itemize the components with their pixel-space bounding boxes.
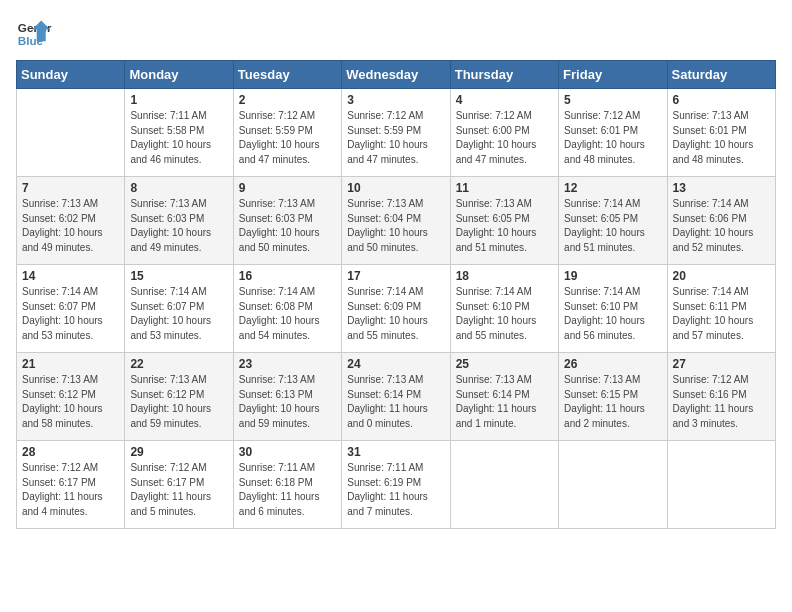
calendar-cell xyxy=(667,441,775,529)
day-number: 13 xyxy=(673,181,770,195)
day-info: Sunrise: 7:14 AM Sunset: 6:11 PM Dayligh… xyxy=(673,285,770,343)
day-number: 7 xyxy=(22,181,119,195)
day-header-saturday: Saturday xyxy=(667,61,775,89)
day-info: Sunrise: 7:14 AM Sunset: 6:10 PM Dayligh… xyxy=(564,285,661,343)
day-number: 20 xyxy=(673,269,770,283)
calendar-week-4: 21Sunrise: 7:13 AM Sunset: 6:12 PM Dayli… xyxy=(17,353,776,441)
day-number: 18 xyxy=(456,269,553,283)
calendar-cell: 27Sunrise: 7:12 AM Sunset: 6:16 PM Dayli… xyxy=(667,353,775,441)
day-info: Sunrise: 7:13 AM Sunset: 6:12 PM Dayligh… xyxy=(130,373,227,431)
day-info: Sunrise: 7:13 AM Sunset: 6:14 PM Dayligh… xyxy=(347,373,444,431)
day-info: Sunrise: 7:13 AM Sunset: 6:03 PM Dayligh… xyxy=(130,197,227,255)
calendar-cell: 15Sunrise: 7:14 AM Sunset: 6:07 PM Dayli… xyxy=(125,265,233,353)
day-info: Sunrise: 7:12 AM Sunset: 5:59 PM Dayligh… xyxy=(239,109,336,167)
day-number: 3 xyxy=(347,93,444,107)
day-info: Sunrise: 7:13 AM Sunset: 6:02 PM Dayligh… xyxy=(22,197,119,255)
calendar-cell: 18Sunrise: 7:14 AM Sunset: 6:10 PM Dayli… xyxy=(450,265,558,353)
calendar-cell: 8Sunrise: 7:13 AM Sunset: 6:03 PM Daylig… xyxy=(125,177,233,265)
day-number: 16 xyxy=(239,269,336,283)
day-info: Sunrise: 7:13 AM Sunset: 6:15 PM Dayligh… xyxy=(564,373,661,431)
day-info: Sunrise: 7:14 AM Sunset: 6:06 PM Dayligh… xyxy=(673,197,770,255)
calendar-cell xyxy=(559,441,667,529)
calendar-cell: 25Sunrise: 7:13 AM Sunset: 6:14 PM Dayli… xyxy=(450,353,558,441)
calendar-cell: 10Sunrise: 7:13 AM Sunset: 6:04 PM Dayli… xyxy=(342,177,450,265)
day-info: Sunrise: 7:13 AM Sunset: 6:13 PM Dayligh… xyxy=(239,373,336,431)
calendar-cell xyxy=(17,89,125,177)
day-number: 29 xyxy=(130,445,227,459)
day-header-thursday: Thursday xyxy=(450,61,558,89)
day-info: Sunrise: 7:13 AM Sunset: 6:05 PM Dayligh… xyxy=(456,197,553,255)
calendar-cell: 26Sunrise: 7:13 AM Sunset: 6:15 PM Dayli… xyxy=(559,353,667,441)
calendar-cell: 23Sunrise: 7:13 AM Sunset: 6:13 PM Dayli… xyxy=(233,353,341,441)
day-number: 9 xyxy=(239,181,336,195)
day-header-sunday: Sunday xyxy=(17,61,125,89)
calendar-cell: 12Sunrise: 7:14 AM Sunset: 6:05 PM Dayli… xyxy=(559,177,667,265)
day-number: 14 xyxy=(22,269,119,283)
day-info: Sunrise: 7:12 AM Sunset: 6:17 PM Dayligh… xyxy=(130,461,227,519)
day-number: 31 xyxy=(347,445,444,459)
calendar-cell: 13Sunrise: 7:14 AM Sunset: 6:06 PM Dayli… xyxy=(667,177,775,265)
day-info: Sunrise: 7:11 AM Sunset: 6:18 PM Dayligh… xyxy=(239,461,336,519)
day-info: Sunrise: 7:11 AM Sunset: 5:58 PM Dayligh… xyxy=(130,109,227,167)
day-info: Sunrise: 7:14 AM Sunset: 6:08 PM Dayligh… xyxy=(239,285,336,343)
day-number: 24 xyxy=(347,357,444,371)
day-info: Sunrise: 7:14 AM Sunset: 6:07 PM Dayligh… xyxy=(130,285,227,343)
calendar-cell: 30Sunrise: 7:11 AM Sunset: 6:18 PM Dayli… xyxy=(233,441,341,529)
day-number: 6 xyxy=(673,93,770,107)
day-info: Sunrise: 7:13 AM Sunset: 6:04 PM Dayligh… xyxy=(347,197,444,255)
calendar-cell: 19Sunrise: 7:14 AM Sunset: 6:10 PM Dayli… xyxy=(559,265,667,353)
calendar-cell: 11Sunrise: 7:13 AM Sunset: 6:05 PM Dayli… xyxy=(450,177,558,265)
day-number: 17 xyxy=(347,269,444,283)
logo-icon: General Blue xyxy=(16,16,52,52)
day-info: Sunrise: 7:13 AM Sunset: 6:14 PM Dayligh… xyxy=(456,373,553,431)
day-info: Sunrise: 7:12 AM Sunset: 5:59 PM Dayligh… xyxy=(347,109,444,167)
calendar-week-3: 14Sunrise: 7:14 AM Sunset: 6:07 PM Dayli… xyxy=(17,265,776,353)
day-number: 21 xyxy=(22,357,119,371)
day-number: 4 xyxy=(456,93,553,107)
day-header-wednesday: Wednesday xyxy=(342,61,450,89)
day-info: Sunrise: 7:14 AM Sunset: 6:10 PM Dayligh… xyxy=(456,285,553,343)
day-info: Sunrise: 7:14 AM Sunset: 6:07 PM Dayligh… xyxy=(22,285,119,343)
calendar-week-1: 1Sunrise: 7:11 AM Sunset: 5:58 PM Daylig… xyxy=(17,89,776,177)
day-info: Sunrise: 7:14 AM Sunset: 6:05 PM Dayligh… xyxy=(564,197,661,255)
day-number: 27 xyxy=(673,357,770,371)
calendar-week-5: 28Sunrise: 7:12 AM Sunset: 6:17 PM Dayli… xyxy=(17,441,776,529)
calendar-cell: 1Sunrise: 7:11 AM Sunset: 5:58 PM Daylig… xyxy=(125,89,233,177)
day-header-monday: Monday xyxy=(125,61,233,89)
day-number: 2 xyxy=(239,93,336,107)
calendar-cell: 28Sunrise: 7:12 AM Sunset: 6:17 PM Dayli… xyxy=(17,441,125,529)
calendar-cell: 5Sunrise: 7:12 AM Sunset: 6:01 PM Daylig… xyxy=(559,89,667,177)
day-number: 25 xyxy=(456,357,553,371)
day-number: 1 xyxy=(130,93,227,107)
day-info: Sunrise: 7:12 AM Sunset: 6:00 PM Dayligh… xyxy=(456,109,553,167)
day-info: Sunrise: 7:12 AM Sunset: 6:01 PM Dayligh… xyxy=(564,109,661,167)
calendar-cell: 2Sunrise: 7:12 AM Sunset: 5:59 PM Daylig… xyxy=(233,89,341,177)
page-header: General Blue xyxy=(16,16,776,52)
calendar-cell: 31Sunrise: 7:11 AM Sunset: 6:19 PM Dayli… xyxy=(342,441,450,529)
day-info: Sunrise: 7:13 AM Sunset: 6:12 PM Dayligh… xyxy=(22,373,119,431)
day-number: 19 xyxy=(564,269,661,283)
day-number: 23 xyxy=(239,357,336,371)
logo: General Blue xyxy=(16,16,52,52)
calendar-cell xyxy=(450,441,558,529)
day-number: 28 xyxy=(22,445,119,459)
calendar-cell: 16Sunrise: 7:14 AM Sunset: 6:08 PM Dayli… xyxy=(233,265,341,353)
day-info: Sunrise: 7:14 AM Sunset: 6:09 PM Dayligh… xyxy=(347,285,444,343)
calendar-cell: 3Sunrise: 7:12 AM Sunset: 5:59 PM Daylig… xyxy=(342,89,450,177)
calendar-cell: 24Sunrise: 7:13 AM Sunset: 6:14 PM Dayli… xyxy=(342,353,450,441)
calendar-cell: 29Sunrise: 7:12 AM Sunset: 6:17 PM Dayli… xyxy=(125,441,233,529)
calendar-week-2: 7Sunrise: 7:13 AM Sunset: 6:02 PM Daylig… xyxy=(17,177,776,265)
day-header-friday: Friday xyxy=(559,61,667,89)
calendar-cell: 4Sunrise: 7:12 AM Sunset: 6:00 PM Daylig… xyxy=(450,89,558,177)
day-number: 26 xyxy=(564,357,661,371)
calendar-cell: 21Sunrise: 7:13 AM Sunset: 6:12 PM Dayli… xyxy=(17,353,125,441)
day-number: 22 xyxy=(130,357,227,371)
day-number: 15 xyxy=(130,269,227,283)
calendar-cell: 7Sunrise: 7:13 AM Sunset: 6:02 PM Daylig… xyxy=(17,177,125,265)
day-info: Sunrise: 7:12 AM Sunset: 6:17 PM Dayligh… xyxy=(22,461,119,519)
day-header-tuesday: Tuesday xyxy=(233,61,341,89)
day-number: 30 xyxy=(239,445,336,459)
day-number: 12 xyxy=(564,181,661,195)
calendar-header-row: SundayMondayTuesdayWednesdayThursdayFrid… xyxy=(17,61,776,89)
day-number: 8 xyxy=(130,181,227,195)
